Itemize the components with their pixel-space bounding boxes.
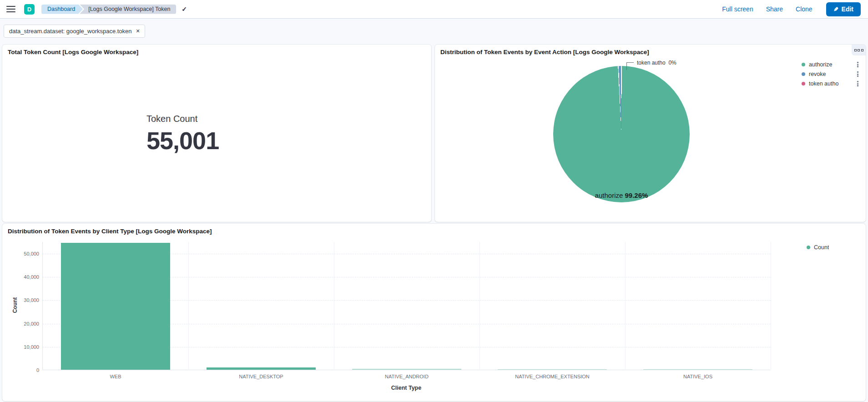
header-actions: Full screen Share Clone ✎ Edit: [722, 2, 861, 16]
check-icon: ✓: [182, 5, 187, 13]
legend-color-dot: [802, 63, 805, 66]
legend-actions-icon[interactable]: [857, 80, 859, 87]
legend-label: Count: [814, 244, 829, 251]
bar-native_desktop[interactable]: [207, 367, 316, 370]
pie-legend: authorizerevoketoken autho: [802, 61, 859, 87]
bar-web[interactable]: [61, 243, 170, 370]
x-tick-label: NATIVE_IOS: [625, 374, 771, 379]
x-tick-label: NATIVE_DESKTOP: [188, 374, 334, 379]
pie-slice-label-token-autho: token autho 0%: [637, 60, 676, 66]
slice-name: authorize: [595, 191, 623, 199]
legend-actions-icon[interactable]: [857, 71, 859, 77]
y-tick-label: 50,000: [14, 251, 39, 256]
edit-button[interactable]: ✎ Edit: [826, 2, 861, 16]
legend-color-dot: [802, 82, 805, 85]
x-axis-title: Client Type: [42, 385, 770, 391]
space-avatar[interactable]: D: [24, 4, 35, 15]
pencil-icon: ✎: [833, 6, 838, 13]
bar-legend: Count: [807, 244, 829, 251]
gridline-vertical: [334, 242, 334, 370]
x-tick-label: WEB: [43, 374, 188, 379]
panel-title: Total Token Count [Logs Google Workspace…: [2, 45, 431, 55]
pie-chart[interactable]: [553, 66, 690, 202]
panel-event-action-pie: Distribution of Token Events by Event Ac…: [435, 45, 866, 222]
legend-item-revoke[interactable]: revoke: [802, 70, 859, 78]
clone-link[interactable]: Clone: [796, 5, 812, 13]
breadcrumb-current-dashboard[interactable]: [Logs Google Workspace] Token: [80, 5, 176, 14]
panel-options-button[interactable]: [852, 45, 866, 55]
y-tick-label: 30,000: [14, 297, 39, 303]
breadcrumb-dashboard[interactable]: Dashboard: [41, 5, 83, 14]
metric-label: Token Count: [146, 114, 219, 124]
edit-button-label: Edit: [842, 5, 853, 13]
legend-color-dot: [807, 246, 810, 249]
menu-icon[interactable]: [6, 6, 15, 13]
bar-native_chrome_extension[interactable]: [498, 369, 607, 370]
pie-callout-line: [626, 62, 627, 70]
y-tick-label: 40,000: [14, 274, 39, 280]
bar-native_ios[interactable]: [643, 369, 752, 370]
legend-label: token autho: [809, 80, 853, 87]
full-screen-link[interactable]: Full screen: [722, 5, 753, 13]
gridline-vertical: [771, 242, 771, 370]
gridline-vertical: [625, 242, 626, 370]
y-tick-label: 20,000: [14, 321, 39, 327]
breadcrumb: Dashboard [Logs Google Workspace] Token: [41, 5, 176, 14]
metric-value: 55,001: [146, 128, 219, 153]
header-left: D Dashboard [Logs Google Workspace] Toke…: [6, 4, 187, 15]
panel-total-token-count: Total Token Count [Logs Google Workspace…: [2, 45, 431, 222]
legend-item-authorize[interactable]: authorize: [802, 61, 859, 68]
slice-percent: 99.26%: [625, 191, 648, 199]
gridline-vertical: [479, 242, 480, 370]
y-axis-title: Count: [12, 291, 18, 319]
panel-title: Distribution of Token Events by Client T…: [2, 224, 866, 235]
x-tick-label: NATIVE_CHROME_EXTENSION: [479, 374, 625, 379]
legend-actions-icon[interactable]: [857, 61, 859, 68]
x-tick-label: NATIVE_ANDROID: [334, 374, 479, 379]
legend-label: revoke: [809, 71, 853, 77]
filter-pill[interactable]: data_stream.dataset: google_workspace.to…: [4, 25, 145, 38]
pie-callout-line: [626, 62, 634, 63]
filter-bar: data_stream.dataset: google_workspace.to…: [0, 19, 868, 42]
legend-label: authorize: [809, 61, 853, 68]
filter-pill-label: data_stream.dataset: google_workspace.to…: [9, 28, 132, 35]
y-tick-label: 10,000: [14, 344, 39, 350]
remove-filter-icon[interactable]: ✕: [136, 28, 140, 34]
panel-title: Distribution of Token Events by Event Ac…: [435, 45, 866, 55]
gridline-vertical: [188, 242, 189, 370]
share-link[interactable]: Share: [766, 5, 783, 13]
bar-chart[interactable]: 010,00020,00030,00040,00050,000WEBNATIVE…: [42, 242, 770, 370]
legend-item-token-autho[interactable]: token autho: [802, 80, 859, 87]
y-tick-label: 0: [14, 367, 39, 373]
pie-slice-label-authorize: authorize 99.26%: [553, 191, 690, 199]
panel-client-type-bar: Distribution of Token Events by Client T…: [2, 224, 866, 401]
bar-native_android[interactable]: [352, 369, 461, 370]
legend-item-count[interactable]: Count: [807, 244, 829, 251]
top-header: D Dashboard [Logs Google Workspace] Toke…: [0, 0, 868, 19]
legend-color-dot: [802, 72, 805, 76]
metric: Token Count 55,001: [146, 114, 219, 153]
